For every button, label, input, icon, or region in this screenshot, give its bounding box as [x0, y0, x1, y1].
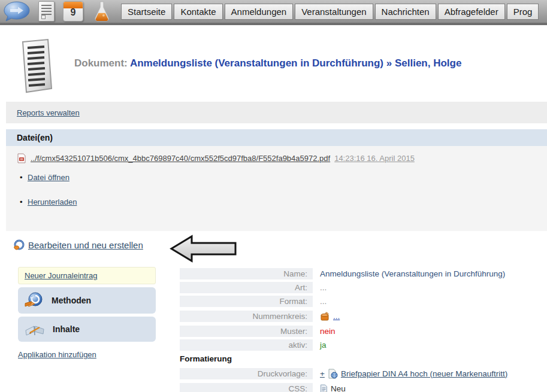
file-actions-list: Datei öffnen Herunterladen [6, 173, 547, 206]
print-template-icon [328, 369, 338, 379]
expand-plus-link[interactable]: + [320, 369, 325, 378]
doc-type-label: Dokument: [74, 57, 128, 69]
list-item: Datei öffnen [28, 173, 547, 182]
nummernkreis-link[interactable]: ... [333, 312, 340, 321]
file-timestamp[interactable]: 14:23:16 16. April 2015 [334, 154, 415, 163]
detail-row-format: Format: ... [180, 294, 547, 308]
methoden-label: Methoden [52, 296, 91, 305]
calendar-day: 9 [64, 7, 83, 18]
top-navbar: 9 Startseite Kontakte Anmeldungen Verans… [0, 0, 547, 25]
status-badge: nein [313, 327, 336, 336]
list-item: Herunterladen [28, 197, 547, 206]
detail-row-art: Art: ... [180, 281, 547, 294]
detail-row-muster: Muster: nein [180, 324, 547, 338]
detail-row-nummernkreis: Nummernkreis: ... [180, 308, 547, 324]
journal-box: Neuer Journaleintrag [18, 267, 156, 284]
documents-icon[interactable] [38, 1, 55, 22]
detail-value: Anmeldungsliste (Veranstaltungen in Durc… [313, 269, 505, 278]
applikation-hinzufuegen-link[interactable]: Applikation hinzufügen [18, 350, 96, 359]
detail-row-druckvorlage: Druckvorlage: + Briefpapier DIN A4 hoch … [180, 366, 547, 381]
breadcrumb-separator: » [386, 57, 392, 69]
tab-kontakte[interactable]: Kontakte [174, 4, 222, 20]
detail-row-css: CSS: Neu [180, 382, 547, 392]
contents-icon [24, 321, 46, 338]
nummernkreis-icon [320, 311, 330, 321]
detail-row-aktiv: aktiv: ja [180, 338, 547, 351]
file-path-link[interactable]: ../f/cmx543251071b506/cmx_4bbc769897c40/… [31, 154, 330, 163]
document-icon [17, 38, 54, 95]
inhalte-label: Inhalte [53, 324, 80, 334]
detail-value: + Briefpapier DIN A4 hoch (neuer Markena… [313, 369, 507, 379]
detail-row-name: Name: Anmeldungsliste (Veranstaltungen i… [180, 267, 547, 280]
reports-verwalten-link[interactable]: Reports verwalten [17, 108, 80, 117]
tab-abfragefelder[interactable]: Abfragefelder [438, 4, 505, 20]
detail-value: ... [313, 311, 340, 321]
annotation-arrow-icon [170, 235, 238, 263]
pdf-file-icon [17, 153, 26, 163]
tab-startseite[interactable]: Startseite [121, 4, 172, 20]
main-menu: Startseite Kontakte Anmeldungen Veransta… [121, 4, 539, 20]
tab-prog[interactable]: Prog [507, 4, 539, 20]
doc-title-link[interactable]: Anmeldungsliste (Veranstaltungen in Durc… [130, 57, 383, 69]
detail-label: Nummernkreis: [180, 311, 313, 322]
detail-label: Art: [180, 282, 313, 293]
file-row: ../f/cmx543251071b506/cmx_4bbc769897c40/… [6, 146, 547, 163]
add-application-row: Applikation hinzufügen [18, 350, 156, 359]
lab-flask-icon[interactable] [92, 1, 112, 22]
status-badge: ja [313, 341, 327, 350]
reports-bar: Reports verwalten [6, 102, 547, 123]
tab-veranstaltungen[interactable]: Veranstaltungen [295, 4, 373, 20]
inhalte-button[interactable]: Inhalte [18, 317, 156, 342]
doc-person-link[interactable]: Sellien, Holge [395, 57, 461, 69]
detail-label: Name: [180, 268, 313, 279]
tab-anmeldungen[interactable]: Anmeldungen [225, 4, 294, 20]
edit-row: Bearbeiten und neu erstellen [13, 239, 143, 251]
css-value: Neu [331, 384, 346, 392]
calendar-icon[interactable]: 9 [63, 1, 83, 22]
app-logo-icon[interactable] [4, 1, 30, 22]
detail-value: Neu [313, 384, 346, 392]
download-link[interactable]: Herunterladen [28, 197, 77, 206]
neuer-journaleintrag-link[interactable]: Neuer Journaleintrag [25, 271, 97, 280]
briefpapier-link[interactable]: Briefpapier DIN A4 hoch (neuer Markenauf… [341, 369, 507, 378]
methods-icon [24, 291, 44, 309]
page-title: Dokument: Anmeldungsliste (Veranstaltung… [74, 57, 547, 69]
edit-recreate-icon [13, 239, 25, 251]
open-file-link[interactable]: Datei öffnen [28, 173, 69, 182]
details-panel: Name: Anmeldungsliste (Veranstaltungen i… [180, 267, 547, 392]
detail-label: Format: [180, 296, 313, 307]
detail-value: ... [313, 283, 327, 292]
tab-nachrichten[interactable]: Nachrichten [375, 4, 436, 20]
detail-label: Druckvorlage: [180, 368, 313, 379]
sidebar: Neuer Journaleintrag Methoden Inhalte [18, 267, 156, 359]
detail-label: Muster: [180, 326, 313, 337]
bearbeiten-neu-erstellen-link[interactable]: Bearbeiten und neu erstellen [28, 240, 143, 250]
nav-icon-group: 9 [0, 1, 116, 22]
files-section-header: Datei(en) [6, 129, 547, 146]
formatierung-section-header: Formatierung [180, 352, 547, 366]
css-file-icon [320, 384, 328, 392]
detail-label: aktiv: [180, 339, 313, 351]
methoden-button[interactable]: Methoden [18, 287, 156, 314]
files-panel: Datei(en) ../f/cmx543251071b506/cmx_4bbc… [6, 129, 547, 231]
detail-value: ... [313, 297, 327, 306]
detail-label: CSS: [180, 383, 313, 392]
